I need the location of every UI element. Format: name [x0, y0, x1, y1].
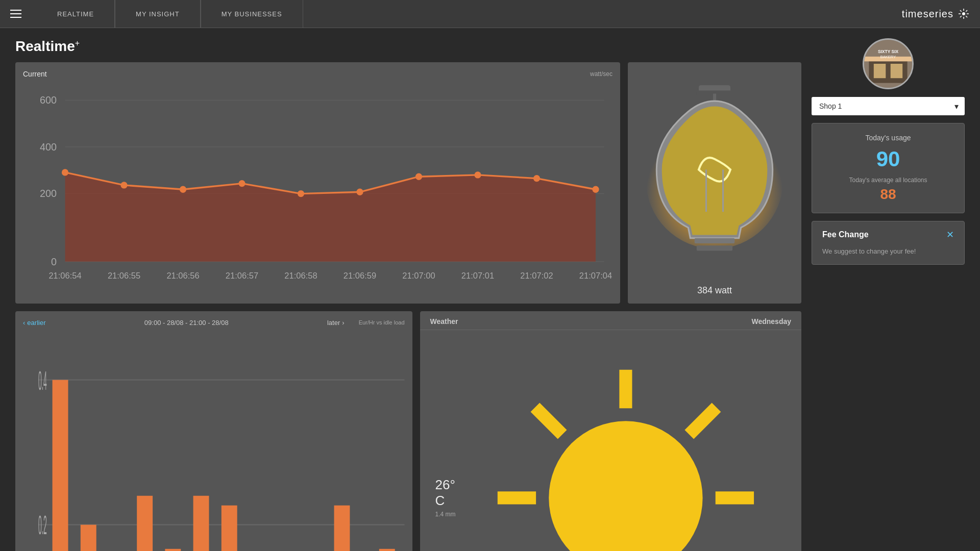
svg-text:0.2: 0.2 — [38, 510, 47, 540]
bar-chart-panel: ‹ earlier 09:00 - 28/08 - 21:00 - 28/08 … — [15, 311, 412, 552]
current-temp: 26° C — [435, 477, 466, 509]
chart-title: Current — [23, 70, 47, 78]
svg-rect-64 — [379, 548, 395, 551]
tab-my-insight[interactable]: MY INSIGHT — [115, 0, 201, 28]
later-button[interactable]: later › — [327, 319, 345, 327]
current-rain: 1.4 mm — [435, 511, 466, 518]
svg-point-0 — [962, 12, 965, 15]
page-title: Realtime+ — [15, 38, 801, 55]
light-bulb-svg — [635, 70, 794, 280]
svg-rect-44 — [695, 238, 735, 243]
svg-point-20 — [180, 186, 186, 193]
usage-avg-number: 88 — [822, 186, 954, 203]
top-navigation: REALTIME MY INSIGHT MY BUSINESSES timese… — [0, 0, 980, 28]
main-content: Realtime+ Current watt/sec — [0, 28, 980, 551]
hamburger-menu[interactable] — [10, 10, 21, 18]
svg-text:600: 600 — [40, 94, 57, 106]
weather-panel: Weather Wednesday 26° C 1.4 mm — [420, 311, 802, 552]
svg-text:21:06:55: 21:06:55 — [108, 271, 140, 281]
svg-rect-57 — [193, 495, 209, 551]
svg-text:21:06:58: 21:06:58 — [284, 271, 317, 281]
svg-line-7 — [966, 10, 967, 12]
svg-rect-58 — [222, 505, 237, 551]
svg-point-21 — [238, 180, 245, 187]
svg-text:0.4: 0.4 — [38, 365, 47, 395]
svg-point-27 — [592, 186, 599, 193]
nav-tabs: REALTIME MY INSIGHT MY BUSINESSES — [37, 0, 902, 28]
svg-rect-53 — [81, 524, 96, 551]
fee-close-button[interactable]: ✕ — [946, 229, 954, 240]
svg-rect-52 — [53, 380, 68, 551]
svg-point-24 — [415, 173, 422, 180]
tab-my-businesses[interactable]: MY BUSINESSES — [201, 0, 303, 28]
later-nav: later › Eur/Hr vs idle load — [327, 319, 405, 327]
bulb-panel: 384 watt — [628, 62, 801, 304]
svg-line-96 — [535, 407, 562, 434]
shop-image: SIXTY SIX BAKERY — [864, 40, 912, 88]
weather-label: Weather — [430, 317, 458, 325]
svg-line-6 — [966, 16, 967, 17]
line-chart-svg: 600 400 200 0 — [23, 83, 612, 296]
svg-line-98 — [689, 407, 716, 434]
usage-panel: Today's usage 90 Today's average all loc… — [812, 123, 965, 213]
chart-unit: watt/sec — [590, 70, 612, 78]
current-day-label: Wednesday — [751, 317, 791, 325]
svg-text:21:06:56: 21:06:56 — [166, 271, 199, 281]
brand-icon — [958, 8, 970, 20]
tab-realtime[interactable]: REALTIME — [37, 0, 115, 28]
svg-text:21:07:00: 21:07:00 — [402, 271, 435, 281]
right-panel: SIXTY SIX BAKERY Shop 1 document.querySe… — [812, 38, 965, 541]
svg-point-22 — [298, 190, 304, 197]
bulb-svg-container: 384 watt — [635, 70, 794, 296]
brand-logo: timeseries — [902, 8, 970, 20]
svg-text:400: 400 — [40, 141, 57, 153]
svg-point-26 — [533, 175, 540, 182]
date-range: 09:00 - 28/08 - 21:00 - 28/08 — [144, 319, 229, 327]
line-chart-container: 600 400 200 0 — [23, 83, 612, 296]
svg-text:21:06:54: 21:06:54 — [48, 271, 81, 281]
svg-text:200: 200 — [40, 188, 57, 199]
svg-point-25 — [474, 171, 481, 178]
usage-number: 90 — [822, 147, 954, 171]
svg-text:21:07:04: 21:07:04 — [579, 271, 612, 281]
bar-chart-header: ‹ earlier 09:00 - 28/08 - 21:00 - 28/08 … — [23, 319, 405, 327]
usage-avg-label: Today's average all locations — [822, 177, 954, 184]
top-chart-row: Current watt/sec 600 400 200 0 — [15, 62, 801, 304]
shop-selector[interactable]: Shop 1 — [812, 97, 965, 115]
fee-text: We suggest to change your fee! — [822, 246, 954, 257]
svg-text:21:07:01: 21:07:01 — [461, 271, 494, 281]
svg-point-18 — [62, 169, 68, 176]
svg-rect-129 — [874, 64, 886, 78]
watt-label: 384 watt — [697, 285, 732, 296]
svg-point-19 — [120, 182, 127, 188]
nav-arrows: ‹ earlier — [23, 319, 45, 327]
bar-chart-svg-container: EUR 0.4 0.2 0 — [23, 332, 405, 552]
usage-title: Today's usage — [822, 134, 954, 142]
svg-text:21:07:02: 21:07:02 — [520, 271, 553, 281]
svg-line-5 — [960, 10, 962, 12]
current-chart-panel: Current watt/sec 600 400 200 0 — [15, 62, 620, 304]
svg-text:21:06:59: 21:06:59 — [344, 271, 376, 281]
fee-header: Fee Change ✕ — [822, 229, 954, 240]
svg-rect-130 — [891, 64, 903, 78]
svg-point-23 — [356, 189, 363, 195]
svg-line-8 — [960, 16, 962, 17]
svg-text:SIXTY SIX: SIXTY SIX — [878, 49, 899, 54]
chart-header: Current watt/sec — [23, 70, 612, 78]
svg-text:0: 0 — [51, 256, 57, 267]
left-panel: Realtime+ Current watt/sec — [15, 38, 801, 541]
svg-rect-45 — [697, 245, 732, 251]
svg-rect-62 — [334, 505, 350, 551]
current-weather-icon — [465, 338, 786, 552]
bar-chart-svg: 0.4 0.2 0 — [38, 332, 405, 552]
shop-selector-wrapper[interactable]: Shop 1 document.querySelector('.shop-sel… — [812, 97, 965, 115]
svg-text:BAKERY: BAKERY — [880, 55, 896, 59]
earlier-button[interactable]: ‹ earlier — [23, 319, 45, 327]
bottom-row: ‹ earlier 09:00 - 28/08 - 21:00 - 28/08 … — [15, 311, 801, 552]
svg-point-91 — [549, 421, 702, 551]
svg-rect-55 — [137, 495, 153, 551]
fee-title: Fee Change — [822, 230, 869, 239]
svg-text:21:06:57: 21:06:57 — [226, 271, 258, 281]
fee-panel: Fee Change ✕ We suggest to change your f… — [812, 221, 965, 265]
svg-rect-56 — [165, 548, 181, 551]
